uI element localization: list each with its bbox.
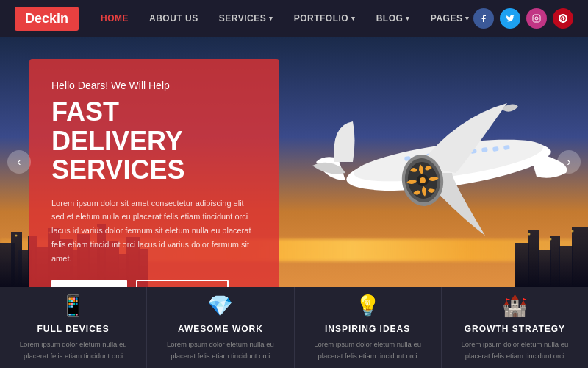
- hero-body-text: Lorem ipsum dolor sit amet consectetur a…: [51, 197, 257, 265]
- feature-title-1: AWESOME WORK: [178, 324, 263, 334]
- carousel-next-button[interactable]: ›: [557, 150, 581, 174]
- feature-text-2: Lorem ipsum dolor eletum nulla eu placer…: [309, 339, 426, 361]
- nav-home[interactable]: HOME: [101, 13, 129, 24]
- blog-caret: ▾: [406, 15, 410, 22]
- feature-icon-2: 💡: [355, 294, 381, 318]
- svg-rect-39: [572, 227, 588, 287]
- logo[interactable]: Deckin: [15, 7, 79, 31]
- twitter-icon[interactable]: [500, 8, 520, 29]
- hero-card: Hello Dears! We Will Help FAST DELIVERY …: [29, 59, 279, 287]
- svg-rect-36: [538, 250, 551, 287]
- svg-point-45: [572, 230, 574, 233]
- svg-point-43: [528, 233, 531, 236]
- nav-links: HOME ABOUT US SERVICES ▾ PORTFOLIO ▾ BLO…: [101, 13, 473, 24]
- feature-title-2: INSPIRING IDEAS: [325, 324, 410, 334]
- hero-title-line2: SERVICES: [51, 155, 184, 185]
- feature-item-0: 📱 FULL DEVICES Lorem ipsum dolor eletum …: [0, 287, 147, 368]
- feature-icon-1: 💎: [207, 294, 233, 318]
- feature-icon-0: 📱: [60, 294, 86, 318]
- hero-title: FAST DELIVERY SERVICES: [51, 97, 257, 185]
- svg-rect-34: [514, 243, 529, 287]
- nav-pages[interactable]: PAGES ▾: [431, 13, 470, 24]
- carousel-prev-button[interactable]: ‹: [7, 150, 31, 174]
- feature-text-1: Lorem ipsum dolor eletum nulla eu placer…: [162, 339, 279, 361]
- nav-blog[interactable]: BLOG ▾: [376, 13, 410, 24]
- svg-rect-37: [550, 236, 560, 287]
- feature-item-2: 💡 INSPIRING IDEAS Lorem ipsum dolor elet…: [295, 287, 442, 368]
- feature-text-3: Lorem ipsum dolor eletum nulla eu placer…: [456, 339, 573, 361]
- feature-item-3: 🏰 GROWTH STRATEGY Lorem ipsum dolor elet…: [442, 287, 588, 368]
- services-button[interactable]: SERVICES: [51, 280, 127, 287]
- feature-icon-3: 🏰: [502, 294, 528, 318]
- feature-title-0: FULL DEVICES: [37, 324, 109, 334]
- pinterest-icon[interactable]: [553, 8, 573, 29]
- svg-rect-0: [533, 15, 540, 22]
- svg-rect-38: [559, 246, 573, 287]
- social-icons: [473, 8, 573, 29]
- nav-about[interactable]: ABOUT US: [149, 13, 198, 24]
- hero-title-line1: FAST DELIVERY: [51, 96, 183, 156]
- feature-text-0: Lorem ipsum dolor eletum nulla eu placer…: [15, 339, 132, 361]
- instagram-icon[interactable]: [526, 8, 547, 29]
- feature-title-3: GROWTH STRATEGY: [465, 324, 565, 334]
- navbar: Deckin HOME ABOUT US SERVICES ▾ PORTFOLI…: [0, 0, 588, 37]
- services-caret: ▾: [269, 15, 273, 22]
- svg-point-44: [550, 238, 552, 241]
- contact-button[interactable]: CONTACT US: [136, 280, 228, 287]
- svg-rect-35: [528, 230, 539, 287]
- hero-section: Hello Dears! We Will Help FAST DELIVERY …: [0, 37, 588, 287]
- nav-services[interactable]: SERVICES ▾: [219, 13, 273, 24]
- facebook-icon[interactable]: [473, 8, 494, 29]
- svg-rect-12: [492, 146, 499, 152]
- pages-caret: ▾: [465, 15, 470, 22]
- portfolio-caret: ▾: [351, 15, 356, 22]
- svg-rect-13: [503, 145, 510, 150]
- hero-subtitle: Hello Dears! We Will Help: [51, 79, 257, 91]
- features-section: 📱 FULL DEVICES Lorem ipsum dolor eletum …: [0, 287, 588, 368]
- nav-portfolio[interactable]: PORTFOLIO ▾: [294, 13, 356, 24]
- svg-point-40: [15, 235, 18, 237]
- hero-buttons: SERVICES CONTACT US: [51, 280, 257, 287]
- feature-item-1: 💎 AWESOME WORK Lorem ipsum dolor eletum …: [147, 287, 294, 368]
- svg-rect-11: [481, 147, 488, 152]
